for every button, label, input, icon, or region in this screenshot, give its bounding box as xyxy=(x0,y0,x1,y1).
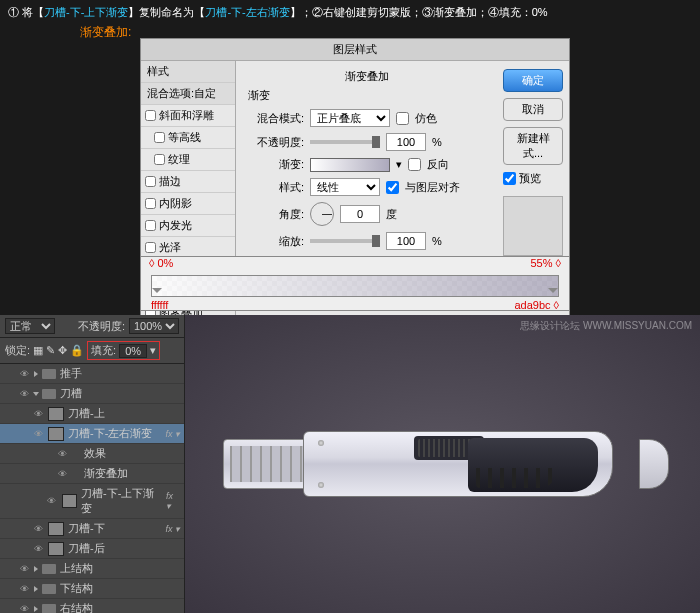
layer-name: 刀槽-下 xyxy=(68,521,105,536)
folder-icon xyxy=(42,584,56,594)
style-label: 内阴影 xyxy=(159,196,192,211)
style-checkbox[interactable] xyxy=(145,242,156,253)
styles-header[interactable]: 样式 xyxy=(141,61,235,83)
lock-icon[interactable]: ▦ xyxy=(33,344,43,357)
visibility-icon[interactable]: 👁 xyxy=(46,495,58,507)
dither-checkbox[interactable] xyxy=(396,112,409,125)
layer-row[interactable]: 👁渐变叠加 xyxy=(0,464,184,484)
style-item[interactable]: 内发光 xyxy=(141,215,235,237)
layer-row[interactable]: 👁刀槽-下fx ▾ xyxy=(0,519,184,539)
style-checkbox[interactable] xyxy=(145,220,156,231)
left-color-stop[interactable] xyxy=(152,288,162,298)
photoshop-ui: 正常 不透明度: 100% 锁定: ▦ ✎ ✥ 🔒 填充: ▾ 👁推手👁刀槽👁刀… xyxy=(0,315,700,613)
layer-name: 刀槽 xyxy=(60,386,82,401)
visibility-icon[interactable]: 👁 xyxy=(18,563,30,575)
style-label: 内发光 xyxy=(159,218,192,233)
style-checkbox[interactable] xyxy=(145,198,156,209)
new-style-button[interactable]: 新建样式... xyxy=(503,127,563,165)
layer-row[interactable]: 👁下结构 xyxy=(0,579,184,599)
visibility-icon[interactable]: 👁 xyxy=(18,388,30,400)
style-label: 纹理 xyxy=(168,152,190,167)
layer-thumbnail xyxy=(48,427,64,441)
visibility-icon[interactable]: 👁 xyxy=(32,523,44,535)
style-item[interactable]: 斜面和浮雕 xyxy=(141,105,235,127)
style-label: 样式: xyxy=(248,180,304,195)
visibility-icon[interactable]: 👁 xyxy=(18,583,30,595)
expand-icon[interactable] xyxy=(34,566,38,572)
instruction-text: ① 将【刀槽-下-上下渐变】复制命名为【刀槽-下-左右渐变】；②右键创建剪切蒙版… xyxy=(0,0,700,24)
visibility-icon[interactable]: 👁 xyxy=(18,368,30,380)
layer-row[interactable]: 👁刀槽-下-左右渐变fx ▾ xyxy=(0,424,184,444)
layer-row[interactable]: 👁刀槽-上 xyxy=(0,404,184,424)
dialog-title: 图层样式 xyxy=(141,39,569,61)
gradient-bar[interactable] xyxy=(151,275,559,297)
preview-checkbox[interactable] xyxy=(503,172,516,185)
style-checkbox[interactable] xyxy=(154,132,165,143)
fill-input[interactable] xyxy=(119,344,147,358)
preview-label: 预览 xyxy=(519,171,541,186)
angle-input[interactable] xyxy=(340,205,380,223)
layer-thumbnail xyxy=(62,494,77,508)
blend-mode-label: 混合模式: xyxy=(248,111,304,126)
visibility-icon[interactable]: 👁 xyxy=(56,468,68,480)
right-color-stop[interactable] xyxy=(548,288,558,298)
layer-row[interactable]: 👁刀槽 xyxy=(0,384,184,404)
lock-icon[interactable]: 🔒 xyxy=(70,344,84,357)
layer-name: 下结构 xyxy=(60,581,93,596)
folder-icon xyxy=(42,369,56,379)
style-checkbox[interactable] xyxy=(145,176,156,187)
lock-icon[interactable]: ✥ xyxy=(58,344,67,357)
style-select[interactable]: 线性 xyxy=(310,178,380,196)
scale-label: 缩放: xyxy=(248,234,304,249)
fx-badge[interactable]: fx ▾ xyxy=(165,429,180,439)
layer-row[interactable]: 👁效果 xyxy=(0,444,184,464)
watermark: 思缘设计论坛 WWW.MISSYUAN.COM xyxy=(520,319,692,333)
fx-badge[interactable]: fx ▾ xyxy=(165,524,180,534)
blend-mode-dropdown[interactable]: 正常 xyxy=(5,318,55,334)
visibility-icon[interactable]: 👁 xyxy=(18,603,30,614)
layer-row[interactable]: 👁上结构 xyxy=(0,559,184,579)
opacity-input[interactable] xyxy=(386,133,426,151)
blend-mode-select[interactable]: 正片叠底 xyxy=(310,109,390,127)
dropdown-icon[interactable]: ▾ xyxy=(150,344,156,357)
opacity-label: 不透明度: xyxy=(248,135,304,150)
gradient-swatch[interactable] xyxy=(310,158,390,172)
gradient-label: 渐变: xyxy=(248,157,304,172)
scale-input[interactable] xyxy=(386,232,426,250)
reverse-checkbox[interactable] xyxy=(408,158,421,171)
visibility-icon[interactable]: 👁 xyxy=(56,448,68,460)
expand-icon[interactable] xyxy=(34,606,38,612)
layer-name: 效果 xyxy=(84,446,106,461)
fx-badge[interactable]: fx ▾ xyxy=(166,491,180,511)
expand-icon[interactable] xyxy=(34,586,38,592)
layer-name: 渐变叠加 xyxy=(84,466,128,481)
visibility-icon[interactable]: 👁 xyxy=(32,543,44,555)
visibility-icon[interactable]: 👁 xyxy=(32,428,44,440)
style-item[interactable]: 内阴影 xyxy=(141,193,235,215)
layer-name: 刀槽-后 xyxy=(68,541,105,556)
align-checkbox[interactable] xyxy=(386,181,399,194)
angle-label: 角度: xyxy=(248,207,304,222)
layer-row[interactable]: 👁推手 xyxy=(0,364,184,384)
style-checkbox[interactable] xyxy=(154,154,165,165)
cancel-button[interactable]: 取消 xyxy=(503,98,563,121)
style-item[interactable]: 等高线 xyxy=(141,127,235,149)
style-item[interactable]: 纹理 xyxy=(141,149,235,171)
layer-name: 右结构 xyxy=(60,601,93,613)
layer-row[interactable]: 👁右结构 xyxy=(0,599,184,613)
style-checkbox[interactable] xyxy=(145,110,156,121)
lock-label: 锁定: xyxy=(5,343,30,358)
ok-button[interactable]: 确定 xyxy=(503,69,563,92)
blend-options[interactable]: 混合选项:自定 xyxy=(141,83,235,105)
dropdown-icon[interactable]: ▾ xyxy=(396,158,402,171)
panel-subtitle: 渐变 xyxy=(248,88,485,103)
layer-row[interactable]: 👁刀槽-后 xyxy=(0,539,184,559)
layer-opacity-input[interactable]: 100% xyxy=(129,318,179,334)
style-item[interactable]: 描边 xyxy=(141,171,235,193)
lock-icon[interactable]: ✎ xyxy=(46,344,55,357)
layer-row[interactable]: 👁刀槽-下-上下渐变fx ▾ xyxy=(0,484,184,519)
visibility-icon[interactable]: 👁 xyxy=(32,408,44,420)
expand-icon[interactable] xyxy=(34,371,38,377)
angle-dial[interactable] xyxy=(310,202,334,226)
expand-icon[interactable] xyxy=(33,392,39,396)
